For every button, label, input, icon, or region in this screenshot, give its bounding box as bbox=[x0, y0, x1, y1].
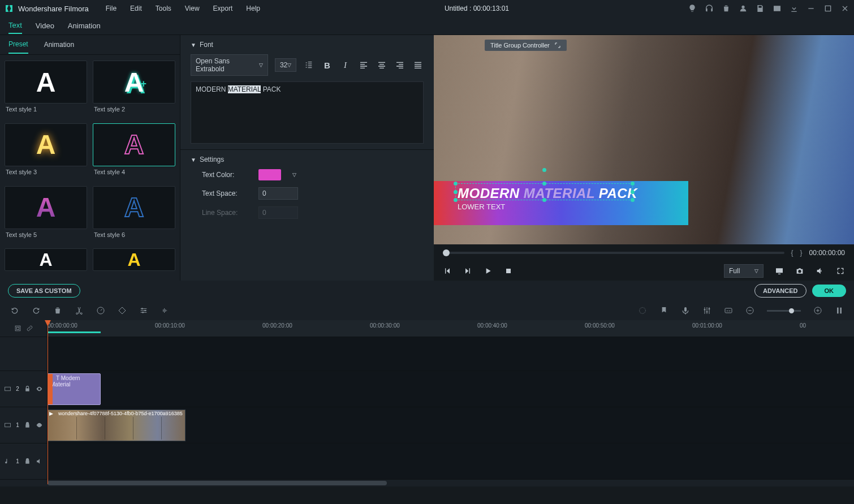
advanced-button[interactable]: ADVANCED bbox=[754, 284, 806, 298]
mixer-icon[interactable] bbox=[702, 306, 711, 315]
undo-icon[interactable] bbox=[10, 306, 19, 315]
close-icon[interactable] bbox=[840, 4, 849, 13]
lock-icon[interactable] bbox=[24, 421, 31, 429]
mark-in-icon[interactable]: { bbox=[791, 249, 793, 257]
eye-icon[interactable] bbox=[36, 421, 43, 429]
subtab-animation[interactable]: Animation bbox=[44, 36, 74, 53]
manage-tracks-icon[interactable] bbox=[14, 325, 21, 332]
menu-tools[interactable]: Tools bbox=[150, 2, 177, 15]
audio-wave-icon[interactable] bbox=[161, 306, 170, 315]
text-color-swatch[interactable] bbox=[258, 169, 281, 180]
menu-help[interactable]: Help bbox=[240, 2, 266, 15]
menu-view[interactable]: View bbox=[179, 2, 205, 15]
crop-icon[interactable] bbox=[118, 306, 127, 315]
menu-edit[interactable]: Edit bbox=[124, 2, 148, 15]
account-icon[interactable] bbox=[739, 4, 748, 13]
align-center-icon[interactable] bbox=[376, 58, 387, 72]
timeline-hscroll[interactable] bbox=[0, 480, 854, 486]
align-justify-icon[interactable] bbox=[412, 58, 424, 72]
speaker-icon[interactable] bbox=[36, 458, 43, 465]
text-content-input[interactable]: MODERN MATERIAL PACK bbox=[191, 81, 424, 144]
bold-button[interactable]: B bbox=[321, 58, 333, 72]
playhead[interactable] bbox=[48, 320, 48, 484]
lock-icon[interactable] bbox=[24, 385, 31, 393]
menu-export[interactable]: Export bbox=[208, 2, 239, 15]
zoom-out-icon[interactable] bbox=[745, 306, 754, 315]
video-track-icon[interactable] bbox=[4, 421, 11, 429]
caption-icon[interactable] bbox=[724, 306, 733, 315]
maximize-icon[interactable] bbox=[823, 4, 833, 13]
save-custom-button[interactable]: SAVE AS CUSTOM bbox=[8, 284, 80, 298]
quality-select[interactable]: Full▽ bbox=[724, 264, 764, 278]
preset-item[interactable]: AText style 1 bbox=[5, 61, 87, 119]
settings-section-header[interactable]: ▼Settings bbox=[191, 156, 424, 163]
trash-icon[interactable] bbox=[722, 4, 731, 13]
ok-button[interactable]: OK bbox=[812, 285, 847, 297]
align-left-icon[interactable] bbox=[358, 58, 369, 72]
font-panel: ▼Font Open Sans Extrabold▽ 32▽ B I MODER… bbox=[180, 35, 434, 281]
preset-item[interactable]: AText style 6 bbox=[93, 186, 175, 244]
stop-icon[interactable] bbox=[504, 266, 513, 275]
preset-item[interactable]: AText style 5 bbox=[5, 186, 87, 244]
menu-file[interactable]: File bbox=[100, 2, 122, 15]
marker-icon[interactable] bbox=[659, 306, 668, 315]
preset-item[interactable]: A bbox=[93, 248, 175, 275]
color-dropdown-icon[interactable]: ▽ bbox=[292, 172, 296, 178]
title-group-badge[interactable]: Title Group Controller bbox=[485, 40, 567, 51]
font-family-select[interactable]: Open Sans Extrabold▽ bbox=[191, 54, 268, 76]
preview-viewport[interactable]: Title Group Controller MODERN MATERIAL P… bbox=[434, 35, 854, 244]
audio-track-icon[interactable] bbox=[4, 458, 11, 465]
save-icon[interactable] bbox=[756, 4, 765, 13]
delete-icon[interactable] bbox=[53, 306, 62, 315]
video-track[interactable]: ▶wondershare-4f07788f-5130-4fb0-b75d-e17… bbox=[48, 407, 854, 443]
preset-item[interactable]: AText style 4 bbox=[93, 123, 175, 182]
adjust-icon[interactable] bbox=[139, 306, 148, 315]
download-icon[interactable] bbox=[790, 4, 799, 13]
headset-icon[interactable] bbox=[705, 4, 714, 13]
preview-scrubber[interactable]: { } 00:00:00:00 bbox=[434, 244, 854, 261]
lock-icon[interactable] bbox=[24, 458, 31, 465]
font-size-select[interactable]: 32▽ bbox=[275, 58, 296, 72]
zoom-fit-icon[interactable] bbox=[835, 306, 844, 315]
audio-track[interactable] bbox=[48, 443, 854, 479]
subtab-preset[interactable]: Preset bbox=[8, 36, 28, 54]
tab-video[interactable]: Video bbox=[36, 18, 54, 33]
title-overlay[interactable]: MODERN MATERIAL PACK LOWER TEXT bbox=[434, 181, 688, 225]
title-clip[interactable]: T Modern Material bbox=[48, 373, 101, 405]
next-frame-icon[interactable] bbox=[463, 266, 472, 275]
speed-icon[interactable] bbox=[96, 306, 105, 315]
snapshot-icon[interactable] bbox=[795, 266, 804, 275]
volume-icon[interactable] bbox=[816, 266, 825, 275]
prev-frame-icon[interactable] bbox=[443, 266, 452, 275]
mark-out-icon[interactable]: } bbox=[800, 249, 803, 257]
minimize-icon[interactable] bbox=[806, 4, 816, 13]
tips-icon[interactable] bbox=[688, 4, 697, 13]
preset-item[interactable]: A bbox=[5, 248, 87, 275]
fullscreen-icon[interactable] bbox=[836, 266, 845, 275]
redo-icon[interactable] bbox=[32, 306, 41, 315]
eye-icon[interactable] bbox=[36, 385, 43, 393]
zoom-slider[interactable] bbox=[767, 310, 801, 312]
font-section-header[interactable]: ▼Font bbox=[191, 41, 424, 49]
text-space-input[interactable]: 0 bbox=[258, 187, 298, 200]
link-icon[interactable] bbox=[26, 325, 33, 332]
time-ruler[interactable]: 00:00:00:00 00:00:10:00 00:00:20:00 00:0… bbox=[48, 320, 854, 337]
cut-icon[interactable] bbox=[75, 306, 84, 315]
expand-icon[interactable] bbox=[554, 42, 561, 49]
tab-animation[interactable]: Animation bbox=[68, 18, 101, 33]
video-clip[interactable]: ▶wondershare-4f07788f-5130-4fb0-b75d-e17… bbox=[48, 410, 186, 441]
preset-item[interactable]: A+Text style 2 bbox=[93, 61, 175, 119]
play-icon[interactable] bbox=[484, 266, 493, 275]
mail-icon[interactable] bbox=[773, 4, 782, 13]
video-track-icon[interactable] bbox=[4, 385, 11, 393]
align-right-icon[interactable] bbox=[394, 58, 406, 72]
tab-text[interactable]: Text bbox=[8, 18, 22, 34]
preset-item[interactable]: AText style 3 bbox=[5, 123, 87, 182]
italic-button[interactable]: I bbox=[339, 58, 351, 72]
zoom-in-icon[interactable] bbox=[813, 306, 822, 315]
voiceover-icon[interactable] bbox=[681, 306, 690, 315]
render-icon[interactable] bbox=[638, 306, 647, 315]
line-spacing-icon[interactable] bbox=[303, 58, 314, 72]
title-track[interactable]: T Modern Material bbox=[48, 371, 854, 407]
display-icon[interactable] bbox=[775, 266, 784, 275]
